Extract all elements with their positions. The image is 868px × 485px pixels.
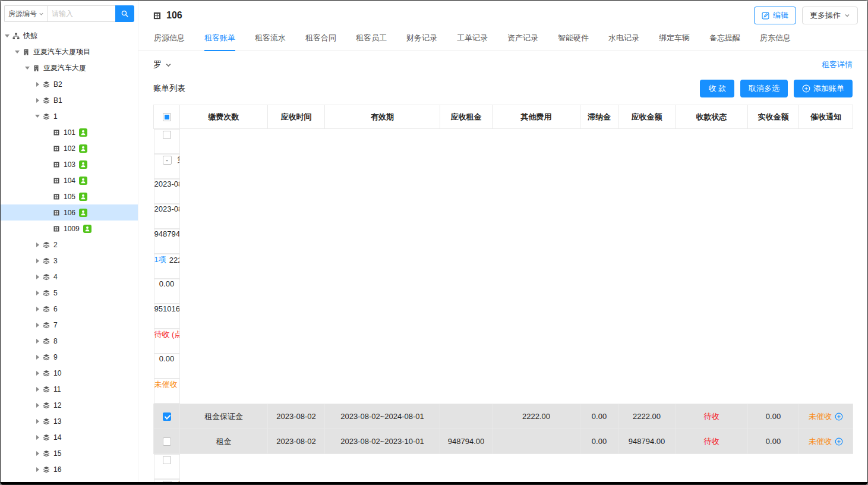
room-title: 106 [153,10,182,21]
expand-arrow-icon[interactable] [33,353,42,361]
tenant-detail-link[interactable]: 租客详情 [822,59,853,70]
tab-4[interactable]: 租客合同 [305,27,336,51]
tree-item-102[interactable]: 102 [1,140,138,156]
tree-item-105[interactable]: 105 [1,188,138,204]
tree-item-16[interactable]: 16 [1,461,138,477]
period-cell: -第1次 [154,154,180,179]
tree-item-12[interactable]: 12 [1,397,138,413]
payment-status[interactable]: 待收 (点击收款) [154,330,180,339]
row-checkbox[interactable] [163,437,171,446]
received-cell: 0.00 [154,354,180,379]
collapse-arrow-icon[interactable] [33,112,42,121]
search-button[interactable] [115,5,134,22]
expand-arrow-icon[interactable] [33,401,42,410]
edit-button[interactable]: 编辑 [754,7,796,24]
tree-item-104[interactable]: 104 [1,172,138,188]
tree-item-2[interactable]: 2 [1,237,138,253]
collapse-row-toggle[interactable]: - [163,156,172,165]
search-category-select[interactable]: 房源编号 [4,5,48,22]
tree-item-9[interactable]: 9 [1,349,138,365]
tree-item-node-0[interactable]: 快鲸 [1,28,138,44]
tree-item-10[interactable]: 10 [1,365,138,381]
collect-payment-button[interactable]: 收 款 [700,80,734,97]
status-cell: 待收 [676,429,748,454]
floor-icon [43,370,50,377]
tree-item-106[interactable]: 106 [1,204,138,221]
tree-item-label: 1009 [64,225,80,233]
tab-10[interactable]: 水电记录 [608,27,639,51]
expand-arrow-icon[interactable] [33,96,42,105]
tree-item-node-2[interactable]: 亚夏汽车大厦 [1,60,138,76]
tab-7[interactable]: 工单记录 [457,27,488,51]
tab-2[interactable]: 租客账单 [204,27,235,51]
other-fee-count[interactable]: 1项 [154,254,166,265]
tree-item-5[interactable]: 5 [1,285,138,301]
expand-arrow-icon[interactable] [33,305,42,313]
tree-item-13[interactable]: 13 [1,413,138,429]
collapse-arrow-icon[interactable] [23,64,31,73]
tab-11[interactable]: 绑定车辆 [659,27,690,51]
expand-arrow-icon[interactable] [33,417,42,426]
chevron-down-icon [39,11,44,17]
building-icon [33,65,40,72]
collapse-arrow-icon[interactable] [13,48,21,56]
tab-12[interactable]: 备忘提醒 [709,27,740,51]
tree-indent-spacer [43,160,52,169]
select-all-checkbox[interactable] [163,113,171,121]
expand-arrow-icon[interactable] [33,289,42,297]
expand-arrow-icon[interactable] [33,433,42,442]
collection-notice-status: 未催收 [809,411,832,422]
add-bill-button[interactable]: 添加账单 [794,80,853,97]
tenant-select[interactable]: 罗 [153,59,172,70]
collection-notice-status: 未催收 [154,379,178,390]
tree-item-11[interactable]: 11 [1,381,138,397]
tab-6[interactable]: 财务记录 [406,27,437,51]
tree-item-8[interactable]: 8 [1,333,138,349]
tree-item-103[interactable]: 103 [1,156,138,172]
tree-item-B1[interactable]: B1 [1,92,138,108]
send-collection-notice-icon[interactable] [835,412,843,421]
expand-arrow-icon[interactable] [33,257,42,265]
tree-item-6[interactable]: 6 [1,301,138,317]
row-checkbox[interactable] [163,412,171,421]
collapse-arrow-icon[interactable] [3,32,11,40]
tree-item-B2[interactable]: B2 [1,76,138,92]
row-checkbox[interactable] [163,456,171,464]
expand-arrow-icon[interactable] [33,80,42,89]
tree-item-7[interactable]: 7 [1,317,138,333]
row-checkbox[interactable] [163,131,171,139]
more-actions-button[interactable]: 更多操作 [802,7,858,24]
app-window: 房源编号 快鲸亚夏汽车大厦项目亚夏汽车大厦B2B1110110210310410… [0,0,868,485]
expand-arrow-icon[interactable] [33,241,42,249]
cancel-multiselect-button[interactable]: 取消多选 [740,80,788,97]
tree-item-101[interactable]: 101 [1,124,138,140]
expand-arrow-icon[interactable] [33,369,42,377]
tree-item-3[interactable]: 3 [1,253,138,269]
tree-item-1[interactable]: 1 [1,108,138,124]
other-fee-cell [493,429,580,454]
tab-9[interactable]: 智能硬件 [558,27,589,51]
expand-arrow-icon[interactable] [33,449,42,458]
tab-8[interactable]: 资产记录 [507,27,538,51]
checkbox-cell [154,404,180,429]
search-input[interactable] [48,5,115,22]
tree-item-node-1[interactable]: 亚夏汽车大厦项目 [1,44,138,60]
expand-arrow-icon[interactable] [33,385,42,393]
tab-3[interactable]: 租客流水 [255,27,286,51]
tab-13[interactable]: 房东信息 [760,27,791,51]
tree-item-14[interactable]: 14 [1,429,138,445]
validity-cell: 2023-08-02~2024-08-01 [154,204,180,229]
tree-item-1009[interactable]: 1009 [1,221,138,237]
expand-arrow-icon[interactable] [33,321,42,329]
column-header: 有效期 [325,105,440,129]
tree-item-4[interactable]: 4 [1,269,138,285]
tab-1[interactable]: 房源信息 [154,27,185,51]
expand-arrow-icon[interactable] [33,337,42,345]
tree-item-15[interactable]: 15 [1,445,138,461]
expand-arrow-icon[interactable] [33,273,42,281]
expand-arrow-icon[interactable] [33,465,42,474]
send-collection-notice-icon[interactable] [835,437,843,446]
tenant-occupied-badge-icon [79,177,87,185]
tab-5[interactable]: 租客员工 [356,27,387,51]
property-tree: 快鲸亚夏汽车大厦项目亚夏汽车大厦B2B111011021031041051061… [1,26,138,477]
